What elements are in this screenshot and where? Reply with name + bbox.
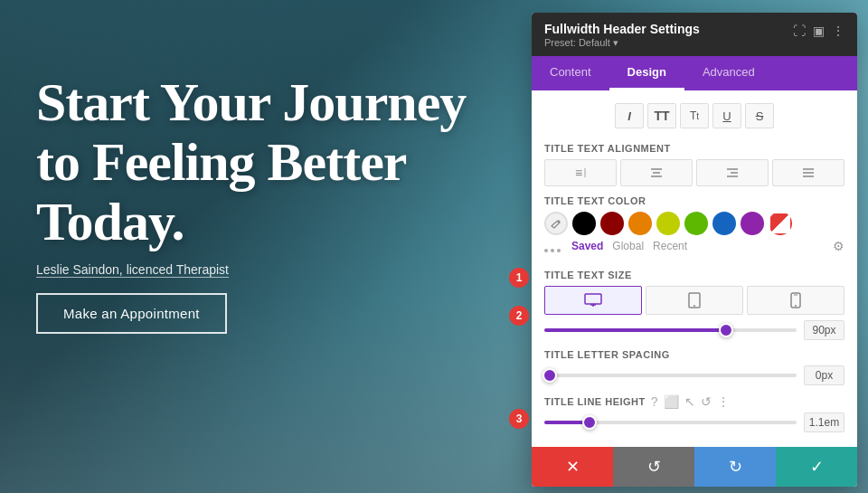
spacing-value: 0px	[804, 365, 844, 385]
device-desktop[interactable]	[544, 286, 642, 315]
italic-button[interactable]: I	[615, 103, 644, 128]
panel-title: Fullwidth Header Settings	[544, 22, 700, 36]
panel-preset: Preset: Default ▾	[544, 37, 700, 49]
size-device-row	[544, 286, 844, 315]
hero-title: Start Your Journey to Feeling Better Tod…	[36, 72, 506, 251]
badge-3: 3	[509, 409, 529, 429]
cancel-button[interactable]: ✕	[532, 447, 613, 487]
color-orange[interactable]	[628, 212, 652, 235]
alignment-row: ≡	[544, 159, 844, 186]
svg-rect-10	[585, 294, 601, 304]
format-row: I TT Tt U S	[544, 100, 844, 136]
line-height-slider[interactable]	[544, 421, 797, 424]
line-height-slider-row: 1.1em	[544, 412, 844, 432]
badge-2: 2	[509, 306, 529, 326]
align-right-button[interactable]	[696, 159, 769, 186]
color-settings-icon[interactable]: ⚙	[833, 239, 844, 253]
color-purple[interactable]	[741, 212, 764, 235]
save-button[interactable]: ✓	[776, 447, 857, 487]
hero-subtitle: Leslie Saindon, licenced Therapist	[36, 262, 506, 277]
panel-more-icon[interactable]: ⋮	[832, 24, 844, 38]
tab-design[interactable]: Design	[609, 56, 684, 90]
saved-tab[interactable]: Saved	[571, 240, 603, 252]
size-slider-row: 90px	[544, 320, 844, 340]
recent-tab[interactable]: Recent	[653, 240, 687, 252]
spacing-slider-row: 0px	[544, 365, 844, 385]
color-tabs: Saved Global Recent ⚙	[571, 239, 844, 253]
color-green[interactable]	[684, 212, 708, 235]
svg-point-9	[558, 221, 561, 223]
line-height-undo-icon[interactable]: ↺	[701, 394, 712, 409]
line-height-square-icon[interactable]: ⬜	[664, 394, 679, 409]
align-left-button[interactable]: ≡	[544, 159, 617, 186]
size-slider[interactable]	[544, 328, 797, 332]
color-black[interactable]	[572, 212, 596, 235]
color-yellow-green[interactable]	[656, 212, 680, 235]
tab-advanced[interactable]: Advanced	[684, 56, 773, 90]
device-tablet[interactable]	[646, 286, 743, 315]
panel-tabs: Content Design Advanced	[532, 56, 857, 90]
alignment-label: Title Text Alignment	[544, 143, 844, 154]
spacing-slider[interactable]	[544, 374, 797, 377]
strikethrough-button[interactable]: S	[745, 103, 774, 128]
line-height-cursor-icon[interactable]: ↖	[684, 394, 695, 409]
panel-actions: ✕ ↺ ↻ ✓	[532, 447, 857, 487]
underline-button[interactable]: U	[712, 103, 741, 128]
panel-split-icon[interactable]: ▣	[813, 24, 825, 38]
line-height-value: 1.1em	[804, 412, 844, 432]
panel-fullscreen-icon[interactable]: ⛶	[793, 24, 806, 38]
color-label: Title Text Color	[544, 195, 844, 206]
settings-panel: Fullwidth Header Settings Preset: Defaul…	[532, 13, 857, 487]
redo-button[interactable]: ↻	[694, 447, 776, 487]
align-center-button[interactable]	[620, 159, 693, 186]
panel-header: Fullwidth Header Settings Preset: Defaul…	[532, 13, 857, 56]
appointment-button[interactable]: Make an Appointment	[36, 293, 227, 334]
badge-1: 1	[509, 268, 529, 288]
svg-point-14	[693, 305, 695, 307]
line-height-label: Title Line Height	[544, 396, 646, 407]
line-height-header: Title Line Height ? ⬜ ↖ ↺ ⋮	[544, 394, 844, 409]
tt-small-button[interactable]: Tt	[680, 103, 709, 128]
hero-section: Start Your Journey to Feeling Better Tod…	[36, 72, 506, 334]
align-justify-button[interactable]	[772, 159, 844, 186]
undo-button[interactable]: ↺	[613, 447, 694, 487]
global-tab[interactable]: Global	[612, 240, 644, 252]
device-mobile[interactable]	[747, 286, 844, 315]
color-pencil[interactable]: ✏	[769, 212, 792, 235]
tab-content[interactable]: Content	[532, 56, 609, 90]
line-height-help-icon[interactable]: ?	[651, 394, 658, 409]
color-swatches: ✏	[544, 212, 844, 235]
color-picker-button[interactable]	[544, 212, 568, 235]
color-blue[interactable]	[712, 212, 736, 235]
panel-body: I TT Tt U S Title Text Alignment ≡ Title…	[532, 90, 857, 441]
spacing-label: Title Letter Spacing	[544, 349, 844, 360]
size-label: Title Text Size	[544, 270, 844, 280]
color-dark-red[interactable]	[600, 212, 624, 235]
svg-point-16	[795, 305, 797, 307]
size-value: 90px	[804, 320, 844, 340]
tt-large-button[interactable]: TT	[647, 103, 676, 128]
more-colors-dots[interactable]	[544, 249, 561, 252]
line-height-more-icon[interactable]: ⋮	[717, 394, 730, 409]
